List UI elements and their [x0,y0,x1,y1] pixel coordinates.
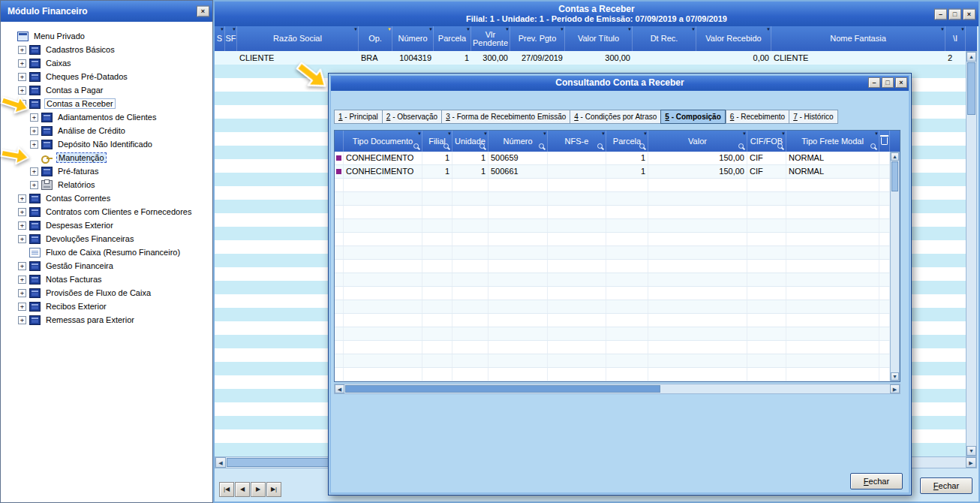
dialog-titlebar[interactable]: Consultando Conta a Receber – □ × [329,74,910,91]
scroll-left-icon[interactable]: ◀ [215,457,226,468]
delete-column-header[interactable] [879,131,890,152]
expand-icon[interactable]: + [18,194,26,203]
tree-item[interactable]: +Remessas para Exterior [2,313,212,327]
tree-item[interactable]: +Pré-faturas [2,164,212,178]
column-header[interactable]: \I▼ [945,26,966,51]
scroll-down-icon[interactable]: ▼ [966,446,976,456]
maximize-icon[interactable]: □ [882,77,894,88]
tree-item[interactable]: +Caixas [2,56,212,70]
grid-row[interactable]: CONHECIMENTO115006611150,00CIFNORMAL [335,165,890,179]
expand-icon[interactable]: + [18,59,26,68]
tree-item[interactable]: +Contas Correntes [2,191,212,205]
grid-row-empty[interactable] [335,354,890,368]
tree-item[interactable]: +Depósito Não Identificado [2,137,212,151]
column-header[interactable]: Número▼ [488,131,548,152]
tab-4[interactable]: 4 - Condições por Atraso [570,110,660,124]
search-icon[interactable] [777,143,784,150]
column-header[interactable]: Nome Fantasia▼ [771,26,945,51]
grid-row-empty[interactable] [335,219,890,233]
tree-item[interactable]: +Provisões de Fluxo de Caixa [2,286,212,300]
nav-prev-button[interactable]: ◀ [235,482,250,497]
sort-icon[interactable]: ▼ [960,26,965,34]
grid-row[interactable]: CLIENTEBRA10043191300,0027/09/2019300,00… [215,51,966,65]
search-icon[interactable] [539,143,546,150]
nav-next-button[interactable]: ▶ [251,482,266,497]
column-header[interactable]: Tipo Frete Modal▼ [786,131,879,152]
tree-item[interactable]: Menu Privado [2,29,212,43]
expand-icon[interactable]: + [18,73,26,81]
sort-icon[interactable]: ▼ [353,26,358,34]
expand-icon[interactable]: + [30,167,38,176]
close-icon[interactable]: × [197,6,209,17]
horizontal-scrollbar[interactable]: ◀ ▶ [334,384,900,394]
search-icon[interactable] [870,143,877,150]
tree-item[interactable]: +Recibos Exterior [2,300,212,313]
sort-icon[interactable]: ▼ [742,130,747,138]
expand-icon[interactable]: + [18,316,26,324]
grid-row-empty[interactable] [335,192,890,206]
sort-icon[interactable]: ▼ [220,26,224,34]
expand-icon[interactable]: + [18,235,26,243]
sort-icon[interactable]: ▼ [428,26,433,34]
column-header[interactable]: Razão Social▼ [237,26,359,51]
column-header[interactable]: Filial▼ [422,131,452,152]
scroll-up-icon[interactable]: ▲ [966,52,976,62]
column-header[interactable]: CIF/FOB▼ [747,131,786,152]
sort-icon[interactable]: ▼ [766,26,771,34]
grid-row-empty[interactable] [335,327,890,341]
grid-row[interactable]: CONHECIMENTO115006591150,00CIFNORMAL [335,152,890,165]
expand-icon[interactable]: + [18,208,26,216]
sort-icon[interactable]: ▼ [940,26,945,34]
tree-item[interactable]: +Análise de Crédito [2,124,212,137]
composicao-grid-body[interactable]: CONHECIMENTO115006591150,00CIFNORMALCONH… [335,152,890,381]
column-header[interactable]: Op.▼ [359,26,392,51]
tab-5[interactable]: 5 - Composição [660,110,725,124]
close-icon[interactable]: × [963,8,975,20]
expand-icon[interactable]: + [30,181,38,189]
sort-icon[interactable]: ▼ [387,26,392,34]
grid-row-empty[interactable] [335,206,890,219]
grid-row-empty[interactable] [335,300,890,314]
column-header[interactable]: Vlr Pendente▼ [471,26,510,51]
sort-icon[interactable]: ▼ [483,130,488,138]
sort-icon[interactable]: ▼ [560,26,564,34]
column-header[interactable]: SF▼ [225,26,237,51]
expand-icon[interactable]: + [18,262,26,270]
grid-row-empty[interactable] [335,287,890,300]
minimize-icon[interactable]: – [934,8,947,20]
fechar-button[interactable]: Fechar [920,477,972,494]
sort-icon[interactable]: ▼ [601,130,606,138]
expand-icon[interactable]: + [18,276,26,284]
search-icon[interactable] [443,143,450,150]
column-header[interactable]: Valor Título▼ [565,26,633,51]
column-header[interactable]: Dt Rec.▼ [633,26,696,51]
expand-icon[interactable]: + [18,289,26,297]
column-header[interactable]: S▼ [215,26,225,51]
search-icon[interactable] [738,143,745,150]
scrollbar-thumb[interactable] [345,385,660,393]
sort-icon[interactable]: ▼ [417,130,422,138]
sort-icon[interactable]: ▼ [627,26,632,34]
expand-icon[interactable]: + [30,127,38,135]
scroll-down-icon[interactable]: ▼ [891,372,899,381]
grid-row-empty[interactable] [335,179,890,192]
column-header[interactable]: Valor Recebido▼ [696,26,771,51]
close-icon[interactable]: × [895,77,907,88]
main-window-titlebar[interactable]: Contas a Receber Filial: 1 - Unidade: 1 … [215,2,978,26]
sort-icon[interactable]: ▼ [505,26,510,34]
column-header[interactable]: Unidade▼ [452,131,488,152]
expand-icon[interactable]: + [30,113,38,122]
vertical-scrollbar[interactable]: ▲ ▼ [890,152,900,381]
maximize-icon[interactable]: □ [948,8,961,20]
sort-icon[interactable]: ▼ [781,130,786,138]
sort-icon[interactable]: ▼ [874,130,879,138]
vertical-scrollbar[interactable]: ▲ ▼ [966,51,977,456]
fechar-button[interactable]: Fechar [850,473,903,489]
tab-1[interactable]: 1 - Principal [334,110,382,124]
sort-icon[interactable]: ▼ [543,130,547,138]
grid-row-empty[interactable] [335,260,890,273]
tree-item[interactable]: +Adiantamentos de Clientes [2,110,212,124]
column-header[interactable]: Valor▼ [648,131,747,152]
search-icon[interactable] [413,143,420,150]
tree-item[interactable]: +Contas a Pagar [2,83,212,97]
